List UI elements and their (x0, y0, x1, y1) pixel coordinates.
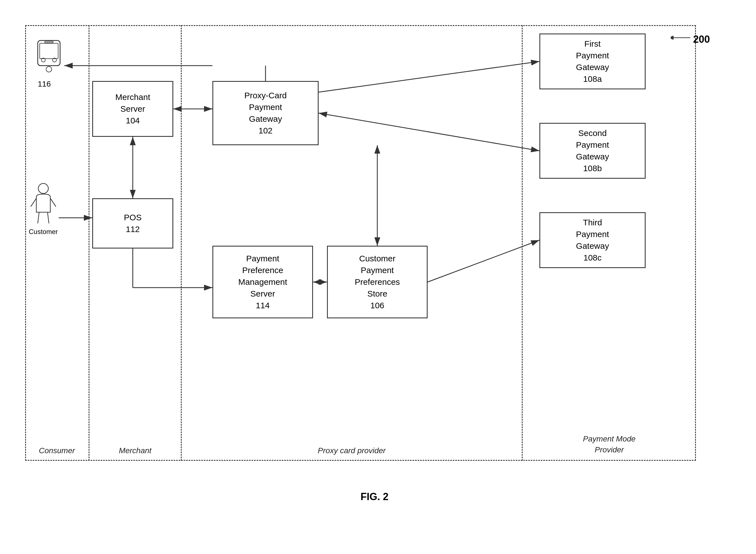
device-icon (34, 39, 64, 75)
svg-line-8 (48, 212, 49, 223)
customer-pref-store-box: CustomerPaymentPreferencesStore106 (327, 246, 427, 318)
svg-rect-0 (38, 41, 60, 66)
customer-pref-store-label: CustomerPaymentPreferencesStore106 (355, 253, 400, 311)
diagram-number-arrow (671, 32, 693, 43)
merchant-server-label: MerchantServer104 (115, 91, 150, 126)
first-gateway-label: FirstPaymentGateway108a (576, 38, 609, 85)
third-gateway-box: ThirdPaymentGateway108c (540, 212, 646, 268)
svg-line-7 (38, 212, 39, 223)
pos-box: POS112 (92, 198, 173, 248)
second-gateway-box: SecondPaymentGateway108b (540, 123, 646, 179)
second-gateway-label: SecondPaymentGateway108b (576, 127, 609, 174)
consumer-label: Consumer (25, 446, 89, 455)
proxy-card-gateway-box: Proxy-CardPaymentGateway102 (212, 81, 319, 145)
merchant-label: Merchant (90, 446, 181, 455)
payment-pref-mgmt-label: PaymentPreferenceManagementServer114 (238, 253, 287, 311)
section-consumer: Consumer (25, 25, 90, 461)
customer-icon: Customer (28, 181, 59, 236)
first-gateway-box: FirstPaymentGateway108a (540, 34, 646, 89)
proxy-label: Proxy card provider (182, 446, 522, 455)
third-gateway-label: ThirdPaymentGateway108c (576, 217, 609, 264)
payment-pref-mgmt-box: PaymentPreferenceManagementServer114 (212, 246, 313, 318)
customer-text: Customer (28, 228, 59, 236)
payment-mode-label: Payment ModeProvider (523, 433, 696, 455)
diagram-container: Consumer Merchant Proxy card provider Pa… (17, 17, 732, 519)
diagram-number: 200 (693, 34, 710, 45)
svg-line-9 (31, 198, 36, 207)
proxy-card-gateway-label: Proxy-CardPaymentGateway102 (244, 90, 287, 136)
svg-rect-1 (40, 43, 58, 59)
device-label: 116 (38, 79, 51, 89)
merchant-server-box: MerchantServer104 (92, 81, 173, 137)
svg-line-10 (50, 198, 56, 207)
svg-point-6 (38, 183, 48, 193)
pos-label: POS112 (124, 212, 141, 235)
svg-point-3 (46, 66, 52, 72)
svg-rect-2 (45, 41, 53, 43)
fig-label: FIG. 2 (360, 491, 389, 503)
